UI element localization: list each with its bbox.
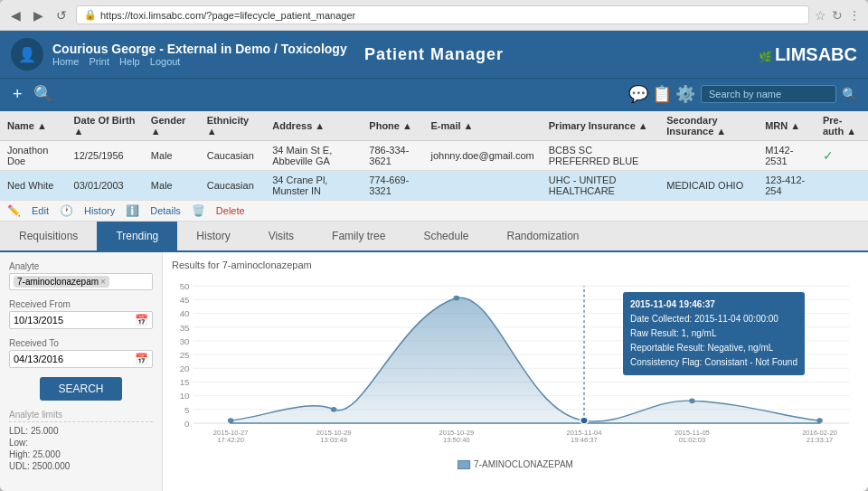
- table-row[interactable]: Ned White 03/01/2003 Male Caucasian 34 C…: [0, 171, 868, 201]
- clipboard-icon[interactable]: 📋: [652, 84, 672, 104]
- cell-mrn: 123-412-254: [758, 171, 816, 201]
- nav-home[interactable]: Home: [52, 56, 79, 67]
- nav-print[interactable]: Print: [89, 56, 109, 67]
- tab-history[interactable]: History: [177, 222, 249, 250]
- cell-phone: 774-669-3321: [362, 171, 423, 201]
- cell-name: Jonathon Doe: [0, 141, 67, 171]
- left-panel: Analyte 7-aminoclonazepam × Received Fro…: [0, 252, 163, 491]
- tooltip-raw-result: Raw Result: 1, ng/mL: [630, 326, 797, 341]
- toolbar-icons: 💬 📋 ⚙️: [628, 84, 695, 104]
- col-address[interactable]: Address ▲: [265, 111, 362, 141]
- tab-visits[interactable]: Visits: [250, 222, 313, 250]
- browser-icons: ☆ ↻ ⋮: [815, 8, 861, 23]
- legend-color-swatch: [458, 460, 470, 469]
- cell-dob: 12/25/1956: [67, 141, 144, 171]
- nav-help[interactable]: Help: [119, 56, 140, 67]
- analyte-field-group: Analyte 7-aminoclonazepam ×: [9, 261, 153, 290]
- nav-logout[interactable]: Logout: [150, 56, 181, 67]
- cell-email: johnny.doe@gmail.com: [423, 141, 541, 171]
- refresh-button[interactable]: ↺: [52, 6, 71, 24]
- cell-preauth: ✓: [816, 141, 868, 171]
- svg-text:5: 5: [184, 406, 189, 414]
- details-icon: ℹ️: [126, 204, 139, 217]
- analyte-tag[interactable]: 7-aminoclonazepam ×: [14, 276, 109, 288]
- tab-randomization[interactable]: Randomization: [487, 222, 598, 250]
- svg-text:2015-10-29: 2015-10-29: [439, 430, 474, 437]
- forward-button[interactable]: ▶: [30, 6, 47, 24]
- col-email[interactable]: E-mail ▲: [423, 111, 541, 141]
- app-title: Patient Manager: [364, 45, 504, 64]
- search-submit-icon[interactable]: 🔍: [842, 87, 857, 101]
- logo: 🌿 LIMSABC: [759, 44, 857, 65]
- edit-link[interactable]: Edit: [32, 205, 49, 216]
- col-preauth[interactable]: Pre-auth ▲: [816, 111, 868, 141]
- analyte-input-wrap: 7-aminoclonazepam ×: [9, 273, 153, 290]
- calendar-from-icon[interactable]: 📅: [135, 314, 148, 326]
- col-phone[interactable]: Phone ▲: [362, 111, 423, 141]
- analyte-tag-close[interactable]: ×: [100, 277, 106, 287]
- cell-email: [423, 171, 541, 201]
- col-mrn[interactable]: MRN ▲: [758, 111, 816, 141]
- col-secondary-ins[interactable]: Secondary Insurance ▲: [659, 111, 758, 141]
- legend-label: 7-AMINOCLONAZEPAM: [474, 459, 573, 469]
- star-icon[interactable]: ☆: [815, 8, 826, 23]
- history-link[interactable]: History: [84, 205, 115, 216]
- tabs-row: Requisitions Trending History Visits Fam…: [0, 222, 868, 252]
- received-to-group: Received To 📅: [9, 338, 153, 368]
- back-button[interactable]: ◀: [7, 6, 24, 24]
- col-primary-ins[interactable]: Primary Insurance ▲: [542, 111, 660, 141]
- cell-name: Ned White: [0, 171, 67, 201]
- col-dob[interactable]: Date Of Birth ▲: [67, 111, 144, 141]
- analyte-tag-text: 7-aminoclonazepam: [17, 277, 99, 287]
- history-icon: 🕐: [60, 204, 73, 217]
- cell-address: 34 Crane Pl, Munster IN: [265, 171, 362, 201]
- chat-icon[interactable]: 💬: [628, 84, 648, 104]
- received-to-label: Received To: [9, 338, 153, 348]
- svg-text:2015-10-29: 2015-10-29: [316, 430, 352, 437]
- svg-text:2015-11-05: 2015-11-05: [675, 430, 710, 437]
- toolbar: + 🔍 💬 📋 ⚙️ 🔍: [0, 78, 868, 111]
- received-from-label: Received From: [9, 299, 153, 309]
- svg-text:20: 20: [180, 365, 190, 373]
- cell-preauth: [816, 171, 868, 201]
- action-bar: ✏️ Edit 🕐 History ℹ️ Details 🗑️ Delete: [0, 201, 868, 222]
- chart-wrapper: 2015-11-04 19:46:37 Date Collected: 2015…: [172, 274, 859, 471]
- chart-title: Results for 7-aminoclonazepam: [172, 260, 859, 270]
- table-row[interactable]: Jonathon Doe 12/25/1956 Male Caucasian 3…: [0, 141, 868, 171]
- add-button[interactable]: +: [11, 83, 24, 106]
- refresh-icon[interactable]: ↻: [832, 8, 843, 23]
- chart-legend: 7-AMINOCLONAZEPAM: [458, 459, 573, 469]
- user-info: Courious George - External in Demo / Tox…: [52, 42, 347, 67]
- tab-schedule[interactable]: Schedule: [404, 222, 487, 250]
- tab-family-tree[interactable]: Family tree: [313, 222, 404, 250]
- main-content: Analyte 7-aminoclonazepam × Received Fro…: [0, 252, 868, 491]
- col-ethnicity[interactable]: Ethnicity ▲: [200, 111, 265, 141]
- search-toolbar: 💬 📋 ⚙️ 🔍: [628, 84, 857, 104]
- avatar: 👤: [11, 38, 43, 71]
- delete-link[interactable]: Delete: [216, 205, 245, 216]
- cell-ethnicity: Caucasian: [200, 141, 265, 171]
- col-name[interactable]: Name ▲: [0, 111, 67, 141]
- cell-mrn: M142-2531: [758, 141, 816, 171]
- svg-text:15: 15: [180, 379, 190, 387]
- details-link[interactable]: Details: [150, 205, 181, 216]
- received-from-input[interactable]: [14, 315, 135, 326]
- received-to-input[interactable]: [14, 354, 135, 364]
- cell-address: 34 Main St E, Abbeville GA: [265, 141, 362, 171]
- search-btn[interactable]: SEARCH: [40, 377, 121, 401]
- calendar-to-icon[interactable]: 📅: [135, 353, 148, 365]
- menu-icon[interactable]: ⋮: [848, 8, 861, 23]
- tab-requisitions[interactable]: Requisitions: [0, 222, 97, 250]
- svg-text:35: 35: [180, 324, 190, 332]
- address-bar[interactable]: 🔒 https://toxi.limsabc.com/?page=lifecyc…: [76, 5, 809, 24]
- limit-high: High: 25.000: [9, 449, 153, 459]
- settings-icon[interactable]: ⚙️: [675, 84, 695, 104]
- svg-text:13:03:49: 13:03:49: [320, 437, 347, 443]
- svg-text:2016-02-20: 2016-02-20: [802, 430, 837, 437]
- edit-icon: ✏️: [7, 204, 21, 217]
- col-gender[interactable]: Gender ▲: [144, 111, 200, 141]
- tab-trending[interactable]: Trending: [97, 222, 177, 250]
- search-input[interactable]: [701, 85, 836, 103]
- search-button[interactable]: 🔍: [32, 82, 55, 106]
- svg-point-23: [331, 407, 337, 412]
